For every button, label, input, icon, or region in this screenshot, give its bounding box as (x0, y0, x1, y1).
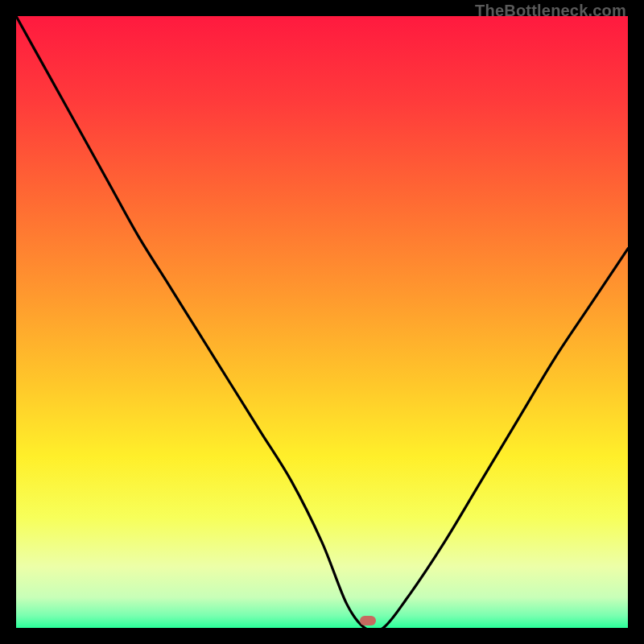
bottleneck-curve (16, 16, 628, 628)
curve-layer (16, 16, 628, 628)
optimum-marker (360, 616, 376, 625)
chart-frame: TheBottleneck.com (0, 0, 644, 644)
plot-area (16, 16, 628, 628)
